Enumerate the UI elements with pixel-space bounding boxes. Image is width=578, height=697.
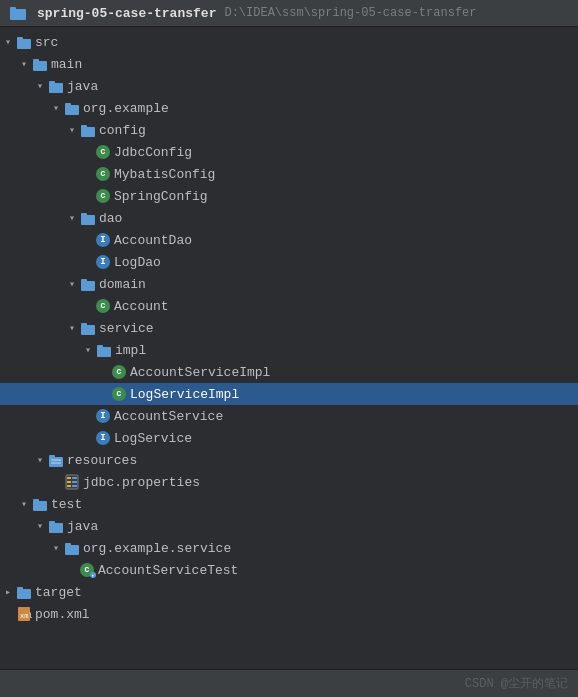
svg-rect-27 <box>67 481 71 483</box>
item-label: src <box>35 35 58 50</box>
expand-arrow[interactable] <box>48 542 64 554</box>
tree-item-java[interactable]: java <box>0 75 578 97</box>
item-label: domain <box>99 277 146 292</box>
tree-item-resources[interactable]: resources <box>0 449 578 471</box>
expand-arrow[interactable] <box>48 102 64 114</box>
svg-rect-31 <box>33 501 47 511</box>
svg-rect-17 <box>81 323 87 326</box>
tree-item-java-test[interactable]: java <box>0 515 578 537</box>
svg-rect-19 <box>97 345 103 348</box>
project-folder-icon <box>10 5 26 21</box>
svg-rect-1 <box>10 7 16 10</box>
item-label: dao <box>99 211 122 226</box>
tree-item-org-example[interactable]: org.example <box>0 97 578 119</box>
item-label: LogService <box>114 431 192 446</box>
bottom-bar: CSDN @尘开的笔记 <box>0 669 578 697</box>
tree-item-AccountServiceTest[interactable]: c▸AccountServiceTest <box>0 559 578 581</box>
item-label: AccountServiceImpl <box>130 365 270 380</box>
tree-item-dao[interactable]: dao <box>0 207 578 229</box>
watermark: CSDN @尘开的笔记 <box>465 675 568 692</box>
file-tree[interactable]: srcmainjavaorg.exampleconfigcJdbcConfigc… <box>0 27 578 669</box>
item-label: AccountDao <box>114 233 192 248</box>
item-label: Account <box>114 299 169 314</box>
svg-rect-30 <box>72 485 77 487</box>
expand-arrow[interactable] <box>64 278 80 290</box>
project-name: spring-05-case-transfer <box>37 6 216 21</box>
item-label: service <box>99 321 154 336</box>
svg-rect-32 <box>33 499 39 502</box>
item-label: main <box>51 57 82 72</box>
expand-arrow[interactable] <box>32 454 48 466</box>
tree-item-test[interactable]: test <box>0 493 578 515</box>
item-label: AccountServiceTest <box>98 563 238 578</box>
tree-item-service[interactable]: service <box>0 317 578 339</box>
svg-rect-16 <box>81 325 95 335</box>
expand-arrow[interactable] <box>64 212 80 224</box>
svg-rect-9 <box>65 103 71 106</box>
svg-rect-4 <box>33 61 47 71</box>
svg-rect-3 <box>17 37 23 40</box>
expand-arrow[interactable] <box>32 80 48 92</box>
title-bar: spring-05-case-transfer D:\IDEA\ssm\spri… <box>0 0 578 27</box>
svg-rect-28 <box>72 481 77 483</box>
tree-item-target[interactable]: target <box>0 581 578 603</box>
tree-item-JdbcConfig[interactable]: cJdbcConfig <box>0 141 578 163</box>
svg-rect-13 <box>81 213 87 216</box>
project-path: D:\IDEA\ssm\spring-05-case-transfer <box>224 6 476 20</box>
svg-rect-21 <box>49 455 55 458</box>
tree-item-org-example-service[interactable]: org.example.service <box>0 537 578 559</box>
item-label: JdbcConfig <box>114 145 192 160</box>
item-label: target <box>35 585 82 600</box>
tree-item-impl[interactable]: impl <box>0 339 578 361</box>
tree-item-SpringConfig[interactable]: cSpringConfig <box>0 185 578 207</box>
svg-rect-29 <box>67 485 71 487</box>
item-label: config <box>99 123 146 138</box>
tree-item-LogServiceImpl[interactable]: cLogServiceImpl <box>0 383 578 405</box>
expand-arrow[interactable] <box>64 322 80 334</box>
expand-arrow[interactable] <box>32 520 48 532</box>
svg-rect-37 <box>17 589 31 599</box>
expand-arrow[interactable] <box>0 36 16 48</box>
tree-item-AccountServiceImpl[interactable]: cAccountServiceImpl <box>0 361 578 383</box>
svg-rect-15 <box>81 279 87 282</box>
item-label: jdbc.properties <box>83 475 200 490</box>
svg-rect-0 <box>10 9 26 20</box>
item-label: MybatisConfig <box>114 167 215 182</box>
item-label: org.example <box>83 101 169 116</box>
expand-arrow[interactable] <box>16 498 32 510</box>
svg-rect-35 <box>65 545 79 555</box>
svg-rect-11 <box>81 125 87 128</box>
item-label: java <box>67 79 98 94</box>
item-label: SpringConfig <box>114 189 208 204</box>
expand-arrow[interactable] <box>16 58 32 70</box>
tree-item-MybatisConfig[interactable]: cMybatisConfig <box>0 163 578 185</box>
svg-rect-12 <box>81 215 95 225</box>
tree-item-LogService[interactable]: ILogService <box>0 427 578 449</box>
item-label: AccountService <box>114 409 223 424</box>
tree-item-jdbc-properties[interactable]: jdbc.properties <box>0 471 578 493</box>
tree-item-main[interactable]: main <box>0 53 578 75</box>
item-label: org.example.service <box>83 541 231 556</box>
svg-rect-36 <box>65 543 71 546</box>
item-label: impl <box>115 343 146 358</box>
item-label: LogServiceImpl <box>130 387 239 402</box>
svg-rect-20 <box>49 457 63 467</box>
svg-rect-25 <box>67 477 71 479</box>
tree-item-domain[interactable]: domain <box>0 273 578 295</box>
tree-item-Account[interactable]: cAccount <box>0 295 578 317</box>
svg-rect-6 <box>49 83 63 93</box>
tree-item-pom-xml[interactable]: xmlpom.xml <box>0 603 578 625</box>
tree-item-config[interactable]: config <box>0 119 578 141</box>
expand-arrow[interactable] <box>0 586 16 598</box>
item-label: LogDao <box>114 255 161 270</box>
tree-item-src[interactable]: src <box>0 31 578 53</box>
svg-rect-38 <box>17 587 23 590</box>
expand-arrow[interactable] <box>80 344 96 356</box>
svg-rect-26 <box>72 477 77 479</box>
expand-arrow[interactable] <box>64 124 80 136</box>
tree-item-AccountDao[interactable]: IAccountDao <box>0 229 578 251</box>
tree-item-AccountService[interactable]: IAccountService <box>0 405 578 427</box>
svg-text:xml: xml <box>20 612 32 620</box>
item-label: resources <box>67 453 137 468</box>
tree-item-LogDao[interactable]: ILogDao <box>0 251 578 273</box>
